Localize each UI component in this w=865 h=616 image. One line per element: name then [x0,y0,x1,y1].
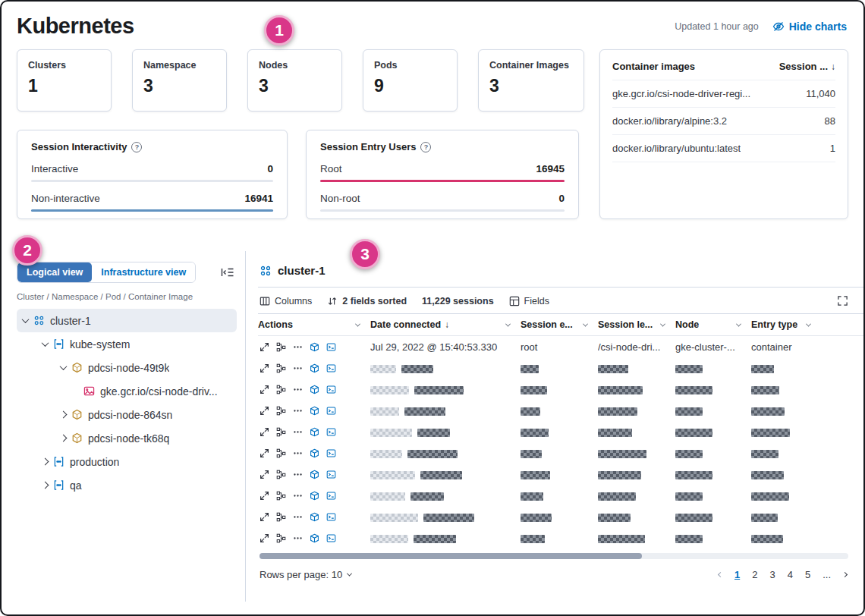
terminal-icon[interactable] [326,363,336,373]
stat-card-clusters[interactable]: Clusters 1 [17,49,112,112]
process-tree-icon[interactable] [276,491,286,501]
chevron-right-icon[interactable] [42,458,49,466]
expand-session-icon[interactable] [260,385,269,394]
terminal-icon[interactable] [326,470,336,479]
terminal-icon[interactable] [326,533,336,543]
tree-item-pdcsi-node-tk68q[interactable]: pdcsi-node-tk68q [17,426,237,450]
table-row[interactable] [258,506,863,527]
page-2-button[interactable]: 2 [752,569,757,580]
container-image-row[interactable]: gke.gcr.io/csi-node-driver-regi... 11,04… [612,80,835,108]
cube-icon[interactable] [310,385,319,394]
more-actions-icon[interactable] [293,406,303,416]
chevron-right-icon[interactable] [60,411,68,419]
cube-icon[interactable] [310,427,319,437]
help-icon[interactable]: ? [420,142,431,152]
cube-icon[interactable] [310,342,319,352]
cube-icon[interactable] [310,448,319,458]
stat-card-container-images[interactable]: Container Images 3 [478,49,584,112]
more-actions-icon[interactable] [293,385,303,394]
column-header-entry-type[interactable]: Entry type [751,314,821,335]
help-icon[interactable]: ? [131,142,142,152]
columns-button[interactable]: Columns [260,296,312,306]
page-1-button[interactable]: 1 [734,569,740,580]
cube-icon[interactable] [310,363,319,373]
horizontal-scrollbar[interactable] [260,553,848,559]
process-tree-icon[interactable] [276,385,286,394]
rows-per-page-button[interactable]: Rows per page: 10 [260,569,351,580]
process-tree-icon[interactable] [276,342,286,352]
tree-item-qa[interactable]: qa [17,473,237,497]
more-actions-icon[interactable] [293,470,303,479]
tree-item-pdcsi-node-49t9k[interactable]: pdcsi-node-49t9k [17,356,237,379]
chevron-down-icon[interactable] [42,339,49,347]
more-actions-icon[interactable] [293,363,303,373]
fullscreen-button[interactable] [837,295,848,306]
table-row[interactable] [258,464,863,485]
expand-session-icon[interactable] [260,427,269,437]
expand-session-icon[interactable] [260,342,269,352]
more-actions-icon[interactable] [293,427,303,437]
column-header-node[interactable]: Node [675,314,751,335]
column-header-session-leader[interactable]: Session le... [598,314,675,335]
expand-session-icon[interactable] [260,406,269,416]
container-image-row[interactable]: docker.io/library/ubuntu:latest 1 [612,135,835,162]
cube-icon[interactable] [310,491,319,501]
table-row[interactable] [258,485,863,506]
process-tree-icon[interactable] [276,427,286,437]
chevron-right-icon[interactable] [60,435,68,442]
table-row[interactable]: Jul 29, 2022 @ 15:40:53.330 root /csi-no… [258,336,863,357]
more-actions-icon[interactable] [293,491,303,501]
terminal-icon[interactable] [326,491,336,501]
cube-icon[interactable] [310,406,319,416]
next-page-icon[interactable] [842,572,848,577]
scrollbar-thumb[interactable] [260,553,642,559]
chevron-down-icon[interactable] [60,363,68,370]
stat-card-pods[interactable]: Pods 9 [363,49,458,112]
expand-session-icon[interactable] [260,470,269,479]
terminal-icon[interactable] [326,448,336,458]
collapse-panel-button[interactable] [221,266,234,278]
column-header-actions[interactable]: Actions [258,314,370,335]
more-actions-icon[interactable] [293,342,303,352]
column-header-date-connected[interactable]: Date connected ↓ [370,314,521,335]
infrastructure-view-button[interactable]: Infrastructure view [92,262,195,282]
expand-session-icon[interactable] [260,363,269,373]
expand-session-icon[interactable] [260,512,269,522]
cube-icon[interactable] [310,470,319,479]
tree-item-kube-system[interactable]: kube-system [17,332,237,356]
table-row[interactable] [258,357,863,379]
terminal-icon[interactable] [326,427,336,437]
stat-card-namespace[interactable]: Namespace 3 [132,49,227,112]
previous-page-icon[interactable] [718,572,723,577]
table-row[interactable] [258,421,863,442]
terminal-icon[interactable] [326,512,336,522]
stat-card-nodes[interactable]: Nodes 3 [247,49,342,112]
terminal-icon[interactable] [326,342,336,352]
container-image-row[interactable]: docker.io/library/alpine:3.2 88 [612,108,835,135]
expand-session-icon[interactable] [260,448,269,458]
fields-sorted-button[interactable]: 2 fields sorted [327,296,407,306]
process-tree-icon[interactable] [276,533,286,543]
column-header-session-entry[interactable]: Session e... [521,314,598,335]
chevron-right-icon[interactable] [42,482,49,489]
hide-charts-button[interactable]: Hide charts [772,20,847,33]
page-3-button[interactable]: 3 [769,569,775,580]
table-row[interactable] [258,527,863,548]
session-sort-header[interactable]: Session ... ↓ [779,61,835,72]
tree-item-production[interactable]: production [17,450,237,473]
more-actions-icon[interactable] [293,533,303,543]
terminal-icon[interactable] [326,385,336,394]
more-actions-icon[interactable] [293,448,303,458]
table-row[interactable] [258,379,863,400]
tree-item-cluster-1[interactable]: cluster-1 [17,309,237,332]
process-tree-icon[interactable] [276,448,286,458]
table-row[interactable] [258,400,863,421]
cube-icon[interactable] [310,512,319,522]
fields-button[interactable]: Fields [509,296,549,306]
tree-item-pdcsi-node-864sn[interactable]: pdcsi-node-864sn [17,403,237,426]
expand-session-icon[interactable] [260,491,269,501]
chevron-down-icon[interactable] [22,316,30,323]
process-tree-icon[interactable] [276,470,286,479]
table-row[interactable] [258,442,863,464]
expand-session-icon[interactable] [260,533,269,543]
